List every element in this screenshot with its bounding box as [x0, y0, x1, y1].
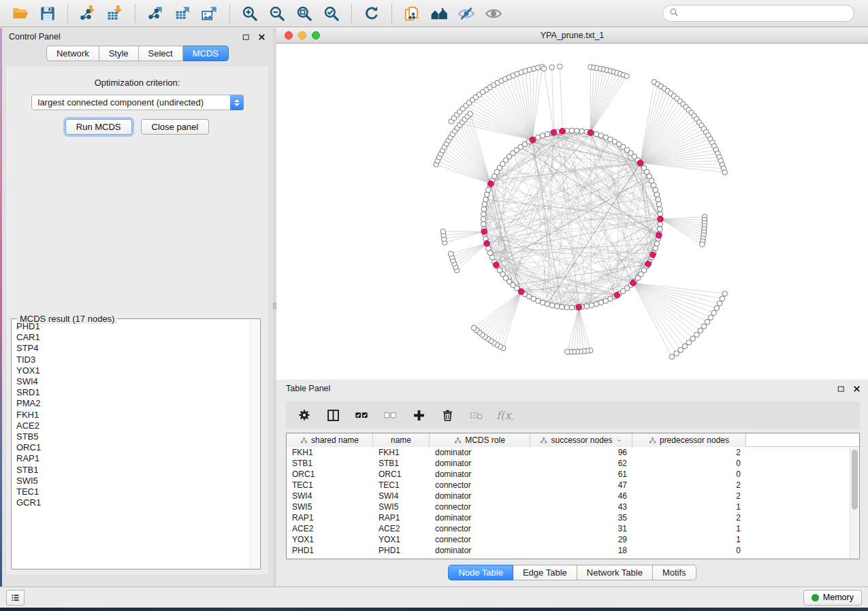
- export-image-button[interactable]: [196, 2, 223, 25]
- split-columns-button[interactable]: [321, 404, 344, 426]
- column-header-name[interactable]: name: [373, 433, 430, 447]
- column-header-predecessor-nodes[interactable]: predecessor nodes: [632, 433, 746, 447]
- clear-checks-button[interactable]: [379, 404, 402, 426]
- network-canvas[interactable]: [276, 44, 868, 380]
- optimization-criterion-label: Optimization criterion:: [6, 78, 268, 88]
- zoom-out-button[interactable]: [263, 2, 291, 25]
- column-header-MCDS-role[interactable]: MCDS role: [430, 433, 530, 447]
- table-cell: 2: [632, 512, 746, 523]
- add-column-button[interactable]: [407, 404, 430, 426]
- table-row[interactable]: SWI4SWI4dominator462: [287, 491, 859, 501]
- close-panel-action-button[interactable]: Close panel: [141, 119, 210, 135]
- run-mcds-button[interactable]: Run MCDS: [65, 119, 132, 135]
- tab-edge-table[interactable]: Edge Table: [513, 565, 577, 580]
- table-row[interactable]: TEC1TEC1connector472: [287, 480, 859, 491]
- control-panel-title: Control Panel: [9, 32, 61, 42]
- table-cell: ACE2: [373, 523, 430, 534]
- tab-network[interactable]: Network: [46, 46, 99, 61]
- tab-style[interactable]: Style: [99, 46, 139, 61]
- table-cell: dominator: [430, 458, 530, 469]
- select-all-checks-button[interactable]: [350, 404, 373, 426]
- table-cell: PHD1: [373, 545, 430, 556]
- first-neighbors-button[interactable]: [425, 2, 453, 25]
- table-row[interactable]: STB1STB1dominator620: [287, 458, 859, 469]
- table-panel: Table Panel f(x) shared namenameMCDS rol…: [276, 380, 868, 587]
- network-graph[interactable]: [276, 44, 868, 380]
- column-header-shared-name[interactable]: shared name: [287, 433, 373, 447]
- status-bar: Memory: [0, 587, 868, 608]
- table-vertical-scrollbar[interactable]: [850, 448, 858, 558]
- control-panel: Control Panel NetworkStyleSelectMCDS Opt…: [2, 28, 273, 587]
- criterion-select[interactable]: largest connected component (undirected): [31, 95, 244, 110]
- tab-node-table[interactable]: Node Table: [448, 565, 513, 580]
- mcds-result-item: TEC1: [13, 486, 248, 497]
- mcds-result-item: TID3: [13, 354, 248, 365]
- close-table-panel-button[interactable]: [852, 384, 861, 393]
- tab-motifs[interactable]: Motifs: [653, 565, 696, 580]
- table-row[interactable]: RAP1RAP1dominator352: [287, 512, 859, 523]
- import-table-button[interactable]: [101, 2, 129, 25]
- function-builder-icon: f(x): [496, 406, 513, 424]
- float-table-panel-button[interactable]: [836, 384, 846, 393]
- table-panel-header: Table Panel: [276, 380, 868, 397]
- float-panel-button[interactable]: [241, 32, 251, 42]
- control-panel-header: Control Panel: [2, 28, 273, 46]
- open-file-button[interactable]: [7, 2, 34, 25]
- search-input[interactable]: [682, 9, 848, 18]
- mcds-result-item: CAR1: [13, 332, 248, 343]
- tab-network-table[interactable]: Network Table: [577, 565, 653, 580]
- table-cell: TEC1: [287, 480, 373, 491]
- zoom-fit-button[interactable]: [291, 2, 318, 25]
- task-history-button[interactable]: [6, 590, 25, 606]
- close-panel-button[interactable]: [257, 32, 266, 42]
- refresh-button[interactable]: [358, 2, 385, 25]
- delete-column-button[interactable]: [436, 404, 459, 426]
- mcds-result-scrollbar[interactable]: [250, 320, 259, 567]
- column-header-successor-nodes[interactable]: successor nodes: [530, 433, 632, 447]
- mcds-result-item: RAP1: [13, 453, 248, 464]
- table-cell: 1: [632, 501, 746, 512]
- duplicate-network-button[interactable]: [398, 2, 425, 25]
- zoom-in-button[interactable]: [236, 2, 263, 25]
- memory-button[interactable]: Memory: [803, 590, 862, 606]
- table-cell: STB1: [287, 458, 373, 469]
- table-cell: 29: [530, 534, 632, 545]
- save-session-button[interactable]: [34, 2, 61, 25]
- table-cell: 96: [530, 447, 632, 458]
- tab-select[interactable]: Select: [139, 46, 183, 61]
- table-cell: dominator: [430, 469, 530, 480]
- table-cell: 2: [632, 447, 746, 458]
- sitemap-icon: [300, 437, 308, 444]
- table-row[interactable]: YOX1YOX1connector291: [287, 534, 859, 545]
- show-all-button[interactable]: [480, 2, 507, 25]
- table-cell: SWI5: [373, 501, 430, 512]
- table-row[interactable]: SWI5SWI5connector431: [287, 501, 859, 512]
- table-cell: ORC1: [287, 469, 373, 480]
- application-window: Control Panel NetworkStyleSelectMCDS Opt…: [0, 0, 868, 611]
- table-row[interactable]: ACE2ACE2connector311: [287, 523, 859, 534]
- zoom-selected-button[interactable]: [318, 2, 345, 25]
- import-network-button[interactable]: [74, 2, 101, 25]
- export-table-button[interactable]: [169, 2, 196, 25]
- table-cell: 35: [530, 512, 632, 523]
- table-row[interactable]: ORC1ORC1dominator610: [287, 469, 859, 480]
- table-row[interactable]: PHD1PHD1dominator180: [287, 545, 859, 556]
- hide-selected-button[interactable]: [453, 2, 480, 25]
- search-box[interactable]: [662, 5, 854, 22]
- tab-mcds[interactable]: MCDS: [183, 46, 229, 61]
- save-session-icon: [39, 5, 57, 22]
- split-columns-icon: [326, 408, 340, 423]
- scrollbar-thumb[interactable]: [852, 450, 858, 510]
- table-cell: dominator: [430, 447, 530, 458]
- mcds-result-item: ACE2: [13, 420, 248, 431]
- table-cell: connector: [430, 480, 530, 491]
- column-header-label: shared name: [311, 435, 359, 445]
- mcds-result-group: MCDS result (17 nodes) PHD1CAR1STP4TID3Y…: [11, 318, 261, 569]
- table-body: FKH1FKH1dominator962STB1STB1dominator620…: [287, 447, 859, 556]
- mcds-result-item: SWI4: [13, 376, 248, 387]
- export-network-button[interactable]: [142, 2, 169, 25]
- select-stepper-icon: [230, 95, 244, 110]
- table-row[interactable]: FKH1FKH1dominator962: [287, 447, 859, 458]
- table-cell: YOX1: [287, 534, 373, 545]
- gear-button[interactable]: [293, 404, 316, 426]
